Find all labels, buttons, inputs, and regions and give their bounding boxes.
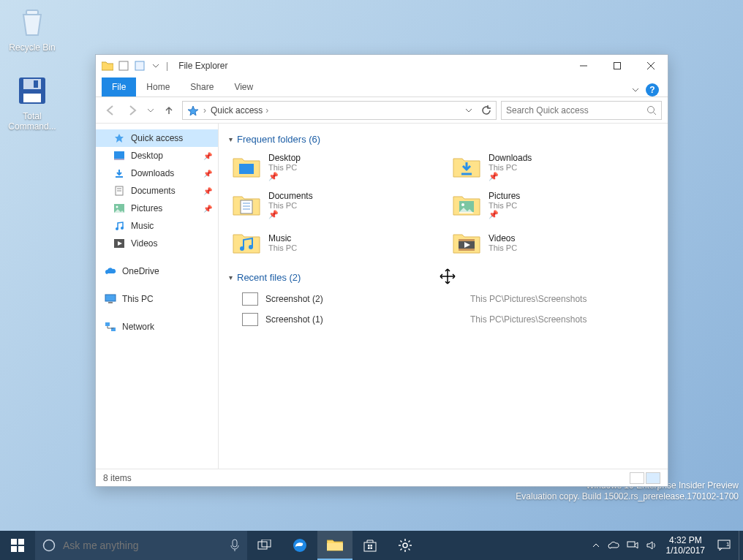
folder-icon[interactable] [100,58,115,73]
svg-line-69 [401,549,402,550]
search-input[interactable] [506,105,646,116]
taskbar-file-explorer[interactable] [317,531,352,560]
tab-view[interactable]: View [224,77,263,97]
show-desktop-button[interactable] [739,531,743,560]
folder-name: Videos [489,233,517,243]
folder-item[interactable]: VideosThis PC [449,227,657,259]
folder-sub: This PC [268,243,297,252]
sidebar-item-downloads[interactable]: Downloads 📌 [96,164,218,182]
desktop-icon-recycle-bin[interactable]: Recycle Bin [4,4,60,53]
taskbar-store[interactable] [352,531,388,560]
action-center-button[interactable]: 1 [709,531,739,560]
svg-rect-6 [135,61,144,70]
view-large-icons-button[interactable] [646,472,660,484]
desktop[interactable]: Recycle Bin Total Command... Windows 10 … [0,0,743,531]
sidebar-item-music[interactable]: Music [96,217,218,235]
volume-tray-icon[interactable] [646,540,657,550]
group-frequent-folders[interactable]: ▾ Frequent folders (6) [229,134,657,145]
refresh-button[interactable] [481,105,491,116]
sidebar-item-videos[interactable]: Videos [96,235,218,252]
svg-rect-47 [11,539,17,545]
sidebar-item-pictures[interactable]: Pictures 📌 [96,200,218,217]
folder-sub: This PC [489,243,517,252]
tray-chevron-up-icon[interactable] [592,541,600,550]
folder-item[interactable]: PicturesThis PC📌 [449,189,657,221]
nav-recent-dropdown[interactable] [146,102,156,119]
folder-name: Pictures [489,191,520,201]
folder-icon [452,190,481,219]
titlebar[interactable]: | File Explorer [96,55,668,77]
properties-icon[interactable] [116,58,131,73]
recent-file-row[interactable]: Screenshot (1)This PC\Pictures\Screensho… [229,309,657,330]
sidebar-item-network[interactable]: Network [96,318,218,336]
folder-item[interactable]: MusicThis PC [229,227,437,259]
maximize-button[interactable] [600,55,634,77]
sidebar-item-desktop[interactable]: Desktop 📌 [96,147,218,164]
recycle-bin-icon [15,4,50,39]
nav-forward-button[interactable] [124,102,141,119]
taskbar-clock[interactable]: 4:32 PM 1/10/2017 [662,535,709,556]
folder-item[interactable]: DocumentsThis PC📌 [229,189,437,221]
sidebar-item-label: Videos [131,238,157,249]
task-view-button[interactable] [247,531,282,560]
tab-file[interactable]: File [102,77,136,97]
svg-rect-33 [241,200,252,213]
svg-rect-48 [18,539,24,545]
breadcrumb-location[interactable]: Quick access [211,105,263,116]
microphone-icon[interactable] [230,539,240,552]
breadcrumb-chevron-icon[interactable]: › [265,105,268,116]
sidebar-item-quick-access[interactable]: Quick access [96,129,218,147]
folder-item[interactable]: DesktopThis PC📌 [229,151,437,183]
sidebar-item-this-pc[interactable]: This PC [96,290,218,308]
close-button[interactable] [634,55,668,77]
taskbar-search[interactable] [35,531,247,560]
start-button[interactable] [0,531,35,560]
svg-line-70 [409,541,410,542]
system-tray[interactable] [587,540,662,550]
nav-up-button[interactable] [160,102,178,119]
pin-icon: 📌 [203,187,212,195]
ribbon-expand-icon[interactable] [631,86,640,94]
group-header-label: Recent files (2) [237,272,301,283]
address-dropdown-icon[interactable] [465,107,472,114]
pin-icon: 📌 [203,205,212,213]
svg-text:1: 1 [726,541,730,548]
svg-marker-14 [115,134,124,143]
svg-rect-61 [371,548,373,550]
onedrive-tray-icon[interactable] [608,541,619,550]
svg-rect-8 [614,63,621,69]
tab-share[interactable]: Share [180,77,224,97]
new-folder-icon[interactable] [132,58,147,73]
quick-access-star-icon [187,105,199,116]
desktop-icon [113,150,125,162]
svg-rect-58 [368,545,370,547]
group-recent-files[interactable]: ▾ Recent files (2) [229,272,657,283]
search-box[interactable] [501,101,662,120]
svg-line-68 [409,549,410,550]
taskbar-search-input[interactable] [63,540,222,551]
nav-back-button[interactable] [102,102,119,119]
recent-file-row[interactable]: Screenshot (2)This PC\Pictures\Screensho… [229,289,657,309]
help-button[interactable]: ? [646,83,659,97]
tab-home[interactable]: Home [136,77,180,97]
minimize-button[interactable] [567,55,600,77]
taskbar-edge[interactable] [282,531,317,560]
folder-sub: This PC [489,163,532,172]
search-icon[interactable] [646,105,657,116]
svg-rect-16 [114,159,124,160]
network-tray-icon[interactable] [627,540,638,550]
breadcrumb-chevron-icon[interactable]: › [203,105,206,116]
pin-icon: 📌 [203,152,212,160]
sidebar-item-onedrive[interactable]: OneDrive [96,262,218,280]
folder-name: Documents [268,191,313,201]
sidebar-item-documents[interactable]: Documents 📌 [96,182,218,200]
qat-dropdown-icon[interactable] [148,58,163,73]
pin-icon: 📌 [489,172,532,181]
view-details-button[interactable] [630,472,644,484]
folder-item[interactable]: DownloadsThis PC📌 [449,151,657,183]
desktop-icon-total-commander[interactable]: Total Command... [4,73,60,132]
taskbar-settings[interactable] [388,531,423,560]
svg-marker-11 [188,106,198,116]
address-bar[interactable]: › Quick access › [182,101,497,120]
content-pane[interactable]: ▾ Frequent folders (6) DesktopThis PC📌Do… [219,124,668,469]
